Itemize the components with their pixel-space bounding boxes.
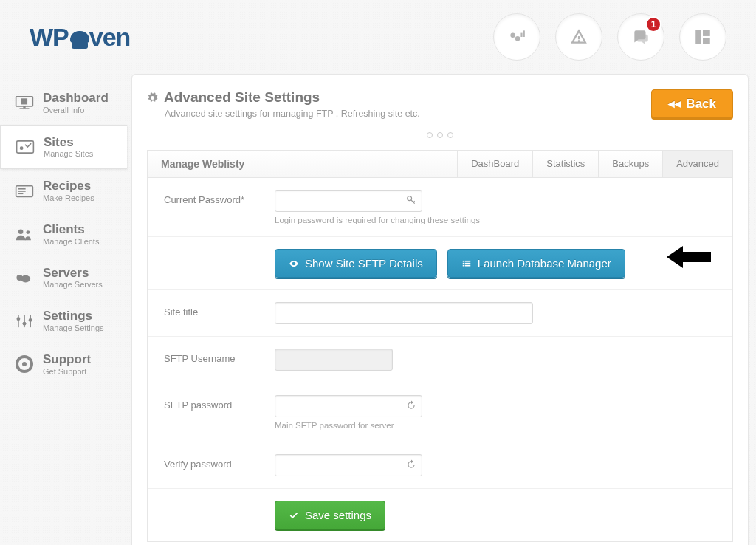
svg-rect-6 xyxy=(703,38,710,44)
svg-rect-2 xyxy=(520,33,522,37)
sidebar-item-dashboard[interactable]: DashboardOverall Info xyxy=(0,81,127,125)
settings-icon xyxy=(15,312,34,330)
svg-rect-3 xyxy=(523,30,525,37)
sftp-username-input xyxy=(275,349,393,371)
notification-badge: 1 xyxy=(645,16,662,32)
annotation-arrow xyxy=(667,246,711,268)
settings-form: Current Password* Login password is requ… xyxy=(147,178,733,542)
sftp-password-label: SFTP password xyxy=(164,395,275,411)
sidebar-item-label: Servers xyxy=(43,267,103,281)
svg-rect-9 xyxy=(20,109,30,110)
tab-dashboard[interactable]: DashBoard xyxy=(457,151,532,177)
page-subtitle: Advanced site settings for managing FTP … xyxy=(165,109,420,119)
support-icon xyxy=(15,355,34,373)
refresh-icon xyxy=(406,459,416,470)
sidebar-item-recipes[interactable]: RecipesMake Recipes xyxy=(0,169,127,213)
save-settings-label: Save settings xyxy=(305,509,371,521)
header-billing-icon[interactable] xyxy=(493,13,540,61)
svg-point-12 xyxy=(20,146,24,150)
gear-icon xyxy=(147,92,158,103)
svg-point-19 xyxy=(16,275,22,281)
sidebar-item-sub: Get Support xyxy=(43,367,91,376)
svg-point-1 xyxy=(515,36,520,41)
key-icon xyxy=(406,195,416,205)
sftp-password-input[interactable] xyxy=(275,395,422,417)
recipes-icon xyxy=(15,182,34,200)
sidebar-item-sub: Manage Sites xyxy=(44,149,93,158)
tabs-bar: Manage Weblisty DashBoard Statistics Bac… xyxy=(147,150,733,178)
svg-rect-5 xyxy=(703,30,710,36)
svg-point-23 xyxy=(16,317,20,321)
logo-text-a: WP xyxy=(30,23,69,52)
sidebar-item-servers[interactable]: ServersManage Servers xyxy=(0,256,127,300)
verify-password-label: Verify password xyxy=(164,454,275,470)
svg-point-25 xyxy=(29,318,32,322)
brand-logo[interactable]: WP ven xyxy=(30,23,130,52)
svg-rect-14 xyxy=(18,188,26,190)
current-password-label: Current Password* xyxy=(164,190,275,205)
svg-point-24 xyxy=(23,322,27,326)
sidebar-item-sub: Make Recipes xyxy=(43,193,94,202)
refresh-icon xyxy=(406,400,416,411)
sidebar-item-label: Clients xyxy=(43,223,99,237)
header-icon-bar: 1 xyxy=(493,13,726,61)
page-title: Advanced Site Settings xyxy=(164,89,320,106)
tab-advanced[interactable]: Advanced xyxy=(662,151,732,177)
sidebar-item-label: Recipes xyxy=(43,179,94,193)
svg-rect-32 xyxy=(464,262,470,264)
page-dots xyxy=(147,128,733,141)
site-title-input[interactable] xyxy=(275,302,533,324)
svg-rect-11 xyxy=(17,141,34,153)
save-settings-button[interactable]: Save settings xyxy=(275,501,385,529)
svg-rect-16 xyxy=(18,193,24,194)
dashboard-icon xyxy=(15,94,34,112)
sidebar-item-sites[interactable]: SitesManage Sites xyxy=(0,125,127,170)
chef-hat-icon xyxy=(69,28,92,52)
svg-rect-30 xyxy=(464,260,470,261)
back-button-label: Back xyxy=(686,97,716,112)
tab-backups[interactable]: Backups xyxy=(598,151,662,177)
sidebar-item-sub: Overall Info xyxy=(43,106,109,114)
sidebar: DashboardOverall Info SitesManage Sites … xyxy=(0,74,127,545)
current-password-input[interactable] xyxy=(275,190,422,212)
launch-db-button[interactable]: Launch Database Manager xyxy=(447,249,625,278)
eye-icon xyxy=(289,258,299,269)
back-button[interactable]: ◂◂Back xyxy=(651,89,733,118)
verify-password-input[interactable] xyxy=(275,454,422,476)
svg-rect-8 xyxy=(23,106,25,108)
svg-rect-4 xyxy=(695,30,701,44)
svg-point-0 xyxy=(510,33,515,38)
list-icon xyxy=(461,258,472,269)
sidebar-item-label: Settings xyxy=(43,309,104,323)
logo-text-b: ven xyxy=(89,23,131,52)
site-title-label: Site title xyxy=(164,302,275,318)
header-chat-icon[interactable]: 1 xyxy=(617,13,664,61)
svg-rect-10 xyxy=(21,99,27,105)
back-arrow-icon: ◂◂ xyxy=(668,96,681,112)
header-grid-icon[interactable] xyxy=(679,13,726,61)
sidebar-item-label: Support xyxy=(43,353,91,367)
sftp-username-label: SFTP Username xyxy=(164,349,275,364)
sidebar-item-label: Sites xyxy=(44,136,93,150)
svg-point-17 xyxy=(18,230,24,235)
sidebar-item-sub: Manage Clients xyxy=(43,237,99,246)
launch-db-label: Launch Database Manager xyxy=(478,257,611,270)
show-sftp-label: Show Site SFTP Details xyxy=(305,257,423,270)
sidebar-item-clients[interactable]: ClientsManage Clients xyxy=(0,213,127,256)
sidebar-item-sub: Manage Servers xyxy=(43,280,103,289)
header-alert-icon[interactable] xyxy=(555,13,602,61)
sidebar-item-label: Dashboard xyxy=(43,92,109,106)
tab-statistics[interactable]: Statistics xyxy=(532,151,598,177)
sidebar-item-support[interactable]: SupportGet Support xyxy=(0,343,127,386)
servers-icon xyxy=(15,269,34,287)
clients-icon xyxy=(15,225,34,243)
current-password-hint: Login password is required for changing … xyxy=(275,216,716,224)
svg-rect-31 xyxy=(463,262,464,264)
svg-point-27 xyxy=(22,362,27,366)
svg-rect-34 xyxy=(464,264,470,266)
show-sftp-button[interactable]: Show Site SFTP Details xyxy=(275,249,437,278)
svg-rect-29 xyxy=(463,260,464,261)
sidebar-item-settings[interactable]: SettingsManage Settings xyxy=(0,299,127,343)
svg-point-18 xyxy=(26,231,30,235)
svg-point-28 xyxy=(408,196,412,201)
